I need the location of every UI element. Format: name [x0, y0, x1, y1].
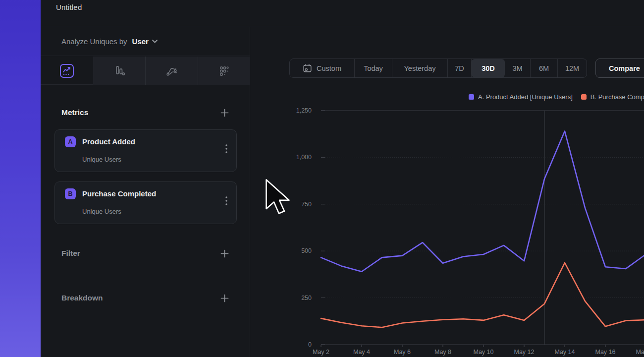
metric-badge-a: A — [65, 136, 76, 147]
metric-badge-b: B — [65, 188, 76, 199]
x-axis-label: May 10 — [474, 349, 494, 356]
x-axis-label: May 4 — [353, 349, 370, 356]
x-axis-label: May 16 — [595, 349, 616, 356]
retention-grid-icon — [217, 64, 231, 78]
y-axis-label: 750 — [301, 201, 312, 208]
plus-icon — [220, 109, 229, 117]
tab-flow[interactable] — [145, 57, 198, 85]
x-axis-label: May 18 — [636, 349, 644, 356]
report-topbar: Untitled — [41, 0, 644, 26]
metric-card-a[interactable]: A Product Added Unique Users — [54, 129, 237, 172]
x-axis-label: May 6 — [394, 349, 411, 356]
series-line[interactable] — [321, 263, 644, 327]
screen: Untitled Analyze Uniques by User — [0, 0, 644, 357]
report-title[interactable]: Untitled — [56, 3, 82, 11]
metric-subtitle-a: Unique Users — [82, 156, 121, 163]
query-sidebar: Analyze Uniques by User — [41, 27, 250, 357]
y-axis-label: 1,250 — [296, 107, 312, 114]
metric-menu-button-a[interactable] — [224, 143, 228, 156]
line-chart-icon — [59, 63, 74, 78]
y-axis-label: 250 — [301, 295, 312, 301]
tab-retention[interactable] — [198, 57, 250, 85]
add-filter-button[interactable] — [220, 249, 229, 258]
metric-subtitle-b: Unique Users — [82, 208, 121, 215]
add-metric-button[interactable] — [220, 109, 229, 117]
metrics-title: Metrics — [61, 108, 88, 117]
breakdown-section-header: Breakdown — [61, 292, 229, 304]
series-line[interactable] — [321, 131, 644, 272]
filter-section-header: Filter — [61, 247, 229, 260]
app-window: Untitled Analyze Uniques by User — [41, 0, 644, 357]
left-gradient-strip — [0, 0, 41, 357]
x-axis-label: May 2 — [313, 349, 329, 356]
metrics-section-header: Metrics — [61, 106, 229, 119]
add-breakdown-button[interactable] — [220, 294, 229, 302]
metric-menu-button-b[interactable] — [224, 195, 228, 208]
analyze-entity-value: User — [132, 37, 149, 46]
metric-title-a: Product Added — [82, 137, 135, 146]
x-axis-label: May 12 — [514, 349, 535, 356]
metric-title-b: Purchase Completed — [82, 189, 156, 198]
plus-icon — [220, 294, 229, 302]
chart-canvas[interactable]: 02505007501,0001,250May 2May 4May 6May 8… — [251, 27, 644, 357]
filter-title: Filter — [61, 249, 80, 258]
analyze-by-row: Analyze Uniques by User — [41, 27, 250, 56]
analyze-entity-dropdown[interactable]: User — [132, 37, 158, 46]
chart-panel: CustomTodayYesterday7D30D3M6M12M Compare… — [251, 27, 644, 357]
chevron-down-icon — [152, 40, 158, 43]
kebab-icon — [225, 196, 227, 205]
chart-type-tabs-group — [93, 57, 250, 85]
x-axis-label: May 14 — [555, 349, 575, 356]
analyze-by-label: Analyze Uniques by — [61, 37, 127, 46]
tab-bar-chart[interactable] — [93, 57, 145, 85]
chart-type-tabs — [41, 57, 250, 85]
y-axis-label: 500 — [301, 247, 312, 254]
metric-card-b[interactable]: B Purchase Completed Unique Users — [54, 181, 237, 224]
flow-icon — [165, 64, 179, 78]
x-axis-label: May 8 — [434, 349, 451, 356]
breakdown-title: Breakdown — [61, 294, 103, 302]
tab-line-chart[interactable] — [41, 57, 93, 85]
y-axis-label: 0 — [308, 341, 312, 348]
bar-chart-icon — [112, 64, 126, 78]
plus-icon — [220, 249, 229, 258]
y-axis-label: 1,000 — [296, 154, 312, 161]
kebab-icon — [225, 144, 227, 153]
